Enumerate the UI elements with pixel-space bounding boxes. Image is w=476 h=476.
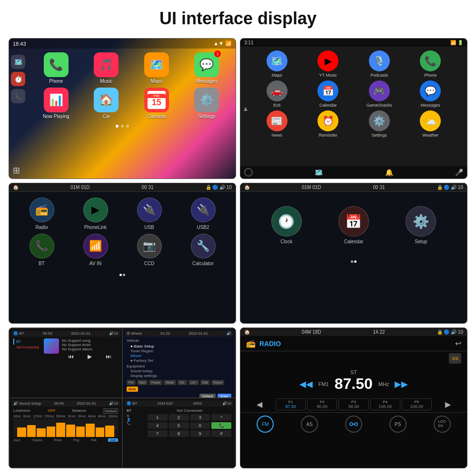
p6-preset-p3[interactable]: P3 98.00 [338, 398, 368, 410]
p2-app-phone[interactable]: 📞 Phone [407, 50, 455, 78]
sub3-bar-8khz[interactable] [96, 427, 105, 437]
p6-preset-next[interactable]: ▶ [433, 398, 463, 410]
sub4-key-call[interactable]: 📞 [211, 422, 231, 429]
p3-app-radio[interactable]: 📻 Radio [17, 198, 67, 230]
sub4-key-3[interactable]: 3 [190, 414, 210, 421]
sub3-bar-16khz[interactable] [105, 426, 114, 437]
sub2-tuner-region[interactable]: Tuner Region [130, 349, 231, 353]
prev-icon[interactable]: ⏮ [68, 353, 74, 360]
p2-app-gamesnacks[interactable]: 🎮 GameSnacks [355, 80, 404, 108]
sub2-power-btn[interactable]: Power [149, 380, 162, 385]
p3-app-usb2[interactable]: 🔌 USB2 [178, 198, 228, 230]
sub4-key-6[interactable]: 6 [190, 422, 210, 429]
p2-app-exit[interactable]: 🚗 Exit [253, 80, 301, 108]
sub3-bar-4khz[interactable] [86, 424, 95, 437]
p3-app-ccd[interactable]: 📷 CCD [124, 234, 174, 266]
p6-btn-locdx[interactable]: LOCDX [434, 416, 451, 433]
p6-home-icon[interactable]: 🏠 [244, 329, 250, 335]
sub2-voldown-btn[interactable]: Vol- [178, 380, 187, 385]
p2-app-weather[interactable]: ⛅ Weather [407, 110, 455, 138]
next-icon[interactable]: ⏭ [106, 353, 111, 360]
p3-app-phonelink[interactable]: ▶ PhoneLink [70, 198, 120, 230]
p6-btn-fm[interactable]: FM [257, 416, 274, 433]
p4-app-calendar[interactable]: 📅 Calendar [322, 206, 385, 244]
sub2-reject-btn[interactable]: Reject [211, 380, 225, 385]
sub3-bar-30hz[interactable] [17, 427, 26, 437]
sub3-pop[interactable]: Pop [73, 438, 79, 442]
p2-app-messages[interactable]: 💬 Messages [407, 80, 455, 108]
p1-app-calendar[interactable]: FRI 15 Calendar [133, 88, 180, 119]
p3-app-usb[interactable]: 🔌 USB [124, 198, 174, 230]
p3-app-avin[interactable]: 📶 AV IN [70, 234, 120, 266]
p6-preset-p5[interactable]: P5 108.00 [402, 398, 432, 410]
p6-back-btn[interactable]: ↩ [455, 339, 461, 348]
p1-app-car[interactable]: 🏠 Car [83, 88, 130, 119]
sub2-enter-btn[interactable]: Enter [218, 394, 231, 398]
sub2-basic-setup[interactable]: ● Basic Setup [130, 344, 231, 348]
p6-preset-prev[interactable]: ◀ [244, 398, 274, 410]
sub2-mode-btn[interactable]: Mode [164, 380, 176, 385]
play-icon[interactable]: ▶ [88, 353, 92, 360]
sub4-key-star[interactable]: * [211, 414, 231, 421]
sub2-prev-btn[interactable]: Pre [127, 380, 136, 385]
sub3-jazz[interactable]: Jazz [13, 438, 20, 442]
p3-home-icon[interactable]: 🏠 [13, 185, 19, 190]
p2-app-maps[interactable]: 🗺️ Maps [253, 50, 301, 78]
sub3-bar-1khz[interactable] [66, 425, 75, 437]
sub2-display[interactable]: Display settings [130, 374, 231, 378]
sub2-wheel[interactable]: Wheel [130, 354, 231, 358]
sub2-mute-btn[interactable]: Mute [127, 387, 138, 392]
sub2-next-btn[interactable]: Next [137, 380, 148, 385]
p1-layout-icon[interactable]: ⊞ [13, 165, 20, 176]
sub3-bar-125hz[interactable] [37, 428, 46, 437]
sub3-bar-500hz[interactable] [56, 423, 65, 437]
p1-app-music[interactable]: 🎵 Music [83, 52, 130, 84]
p1-app-phone[interactable]: 📞 Phone [33, 52, 79, 84]
sub2-dial-btn[interactable]: Dial [200, 380, 210, 385]
sub4-key-hash[interactable]: # [211, 430, 231, 437]
sub4-key-2[interactable]: 2 [169, 414, 189, 421]
sub4-key-8[interactable]: 8 [169, 430, 189, 437]
sub4-key-4[interactable]: 4 [148, 422, 168, 429]
p2-app-ytmusic[interactable]: ▶ YT Music [304, 50, 353, 78]
p2-circle-icon[interactable] [244, 168, 253, 177]
sub3-bar-2khz[interactable] [76, 426, 85, 437]
p1-sidebar-maps[interactable]: 🗺️ [11, 55, 25, 69]
p2-app-settings[interactable]: ⚙️ Settings [355, 110, 404, 138]
sub3-bar-250hz[interactable] [47, 426, 56, 437]
p6-freq-left-arrow[interactable]: ◀◀ [299, 379, 313, 389]
sub3-default-btn[interactable]: Default [103, 408, 118, 414]
p6-btn-ps[interactable]: PS [389, 416, 407, 433]
p2-bell-icon[interactable]: 🔔 [385, 169, 393, 176]
sub4-key-9[interactable]: 9 [190, 430, 210, 437]
sub4-key-7[interactable]: 7 [148, 430, 168, 437]
sub4-key-1[interactable]: 1 [148, 414, 168, 421]
p6-btn-scan[interactable] [345, 416, 362, 433]
p6-eq-btn[interactable]: ≡≡ [449, 353, 461, 364]
sub2-factory-set[interactable]: ● Factory Set [130, 358, 231, 363]
p1-sidebar-alarm[interactable]: ⏱️ [11, 72, 25, 86]
p2-app-reminder[interactable]: ⏰ Reminder [304, 110, 353, 138]
sub3-rock[interactable]: Rock [54, 438, 62, 442]
p1-sidebar-phone[interactable]: 📞 [11, 89, 25, 103]
p2-app-podcasts[interactable]: 🎙️ Podcasts [355, 50, 404, 78]
p6-freq-right-arrow[interactable]: ▶▶ [395, 379, 408, 389]
p6-preset-p4[interactable]: P4 106.00 [370, 398, 400, 410]
p1-app-nowplaying[interactable]: 📊 Now Playing [33, 88, 79, 119]
p2-scroll-left[interactable]: ▲ [240, 103, 251, 114]
sub2-sound-setup[interactable]: Sound Setup [130, 369, 231, 373]
p3-app-bt[interactable]: 📞 BT [17, 234, 67, 266]
p4-app-clock[interactable]: 🕐 Clock [255, 206, 318, 244]
p4-home-icon[interactable]: 🏠 [244, 185, 250, 190]
p2-mic-icon[interactable]: 🎤 [455, 169, 463, 176]
p6-preset-p1[interactable]: P1 87.50 [276, 398, 306, 410]
p4-app-setup[interactable]: ⚙️ Setup [389, 206, 453, 244]
p1-app-settings[interactable]: ⚙️ Settings [184, 88, 230, 119]
sub4-key-5[interactable]: 5 [169, 422, 189, 429]
p1-app-messages[interactable]: 💬 1 Messages [184, 52, 230, 84]
p3-app-calculator[interactable]: 🔧 Calculator [178, 234, 228, 266]
sub2-volup-btn[interactable]: Vol+ [188, 380, 199, 385]
p6-btn-as[interactable]: AS [301, 416, 318, 433]
sub2-default-btn[interactable]: Default [199, 394, 216, 398]
p6-preset-p2[interactable]: P2 90.00 [307, 398, 337, 410]
